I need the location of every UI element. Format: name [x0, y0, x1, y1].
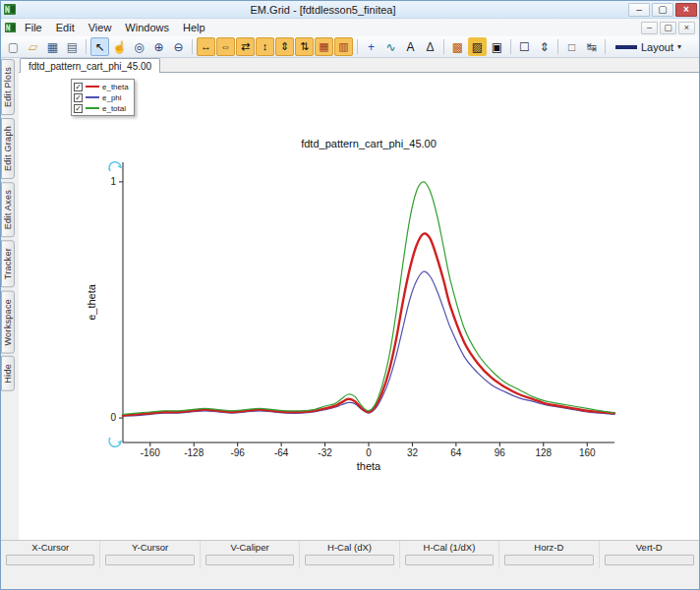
legend-box[interactable]: ✓e_theta✓e_phi✓e_total	[71, 79, 135, 116]
x-tick-label: -32	[318, 447, 332, 458]
legend-checkbox-e_total[interactable]: ✓	[74, 104, 83, 113]
document-tab[interactable]: fdtd_pattern_cart_phi_45.00	[20, 58, 160, 73]
side-tab-tracker[interactable]: Tracker	[1, 240, 15, 287]
center-horizontal-icon[interactable]: ⇔	[216, 37, 235, 56]
chart-svg[interactable]: -160-128-96-64-32032649612816001fdtd_pat…	[19, 73, 699, 539]
bottom-strip	[1, 568, 699, 589]
window-controls: –▢×	[628, 3, 697, 17]
status-header: Y-Cursor	[100, 541, 199, 554]
maximize-button[interactable]: ▢	[652, 3, 673, 17]
status-header: Horz-D	[499, 541, 598, 554]
x-tick-label: 160	[579, 447, 596, 458]
status-value	[504, 555, 593, 565]
app-window: EM.Grid - [fdtdlesson5_finitea] –▢× File…	[0, 0, 700, 590]
status-column-horz-d: Horz-D	[499, 541, 599, 568]
document-tab-row: fdtd_pattern_cart_phi_45.00	[19, 58, 699, 73]
style-editor-icon[interactable]: ▣	[488, 37, 506, 56]
toolbar-separator	[86, 39, 87, 54]
legend-label: e_theta	[102, 83, 129, 91]
select-cursor-icon[interactable]: ↖	[90, 37, 109, 56]
plot-page: -160-128-96-64-32032649612816001fdtd_pat…	[19, 73, 699, 540]
menu-view[interactable]: View	[82, 20, 119, 35]
side-tab-hide[interactable]: Hide	[1, 356, 15, 391]
toolbar-separator	[510, 39, 511, 54]
new-file-icon[interactable]: ▢	[4, 37, 23, 56]
menu-windows[interactable]: Windows	[118, 20, 176, 35]
status-value	[205, 555, 294, 565]
grid-table-icon[interactable]: ▦	[315, 37, 333, 56]
zoom-out-icon[interactable]: ⊖	[169, 37, 188, 56]
close-button[interactable]: ×	[675, 3, 697, 17]
main-area: Edit PlotsEdit GraphEdit AxesTrackerWork…	[1, 58, 699, 540]
status-value	[605, 555, 694, 565]
legend-line-sample	[86, 86, 99, 88]
toolbar-separator	[357, 39, 358, 54]
legend-checkbox-e_theta[interactable]: ✓	[74, 83, 83, 91]
status-value	[305, 555, 393, 565]
status-column-y-cursor: Y-Cursor	[100, 541, 200, 568]
zoom-in-icon[interactable]: ⊕	[149, 37, 168, 56]
menu-file[interactable]: File	[18, 20, 49, 35]
legend-label: e_phi	[102, 93, 122, 102]
side-tab-edit-graph[interactable]: Edit Graph	[1, 118, 15, 179]
x-tick-label: 128	[535, 447, 552, 458]
chevron-down-icon: ▾	[677, 42, 681, 51]
menu-bar: FileEditViewWindowsHelp –▢×	[1, 19, 699, 36]
x-tick-label: -64	[274, 447, 289, 458]
toolbar: ▢▱▦▤↖☝◎⊕⊖↔⇔⇄↕⇕⇅▦▥+∿AΔ▩▨▣☐⇕□↹Layout▾	[1, 36, 699, 58]
center-vertical-icon[interactable]: ⇕	[275, 37, 294, 56]
fit-vertical-icon[interactable]: ⇅	[295, 37, 314, 56]
status-column-vert-d: Vert-D	[600, 541, 699, 568]
checkbox-tool-icon[interactable]: ☐	[515, 37, 534, 56]
legend-line-sample	[86, 96, 99, 98]
document-icon	[3, 22, 18, 34]
pan-hand-icon[interactable]: ☝	[110, 37, 129, 56]
side-tab-edit-plots[interactable]: Edit Plots	[1, 59, 15, 115]
text-tool-icon[interactable]: A	[401, 37, 420, 56]
menu-edit[interactable]: Edit	[49, 20, 82, 35]
add-marker-icon[interactable]: +	[362, 37, 380, 56]
fit-width-tool-icon[interactable]: ↹	[582, 37, 601, 56]
series-e_phi	[123, 271, 614, 416]
legend-item-e_phi: ✓e_phi	[74, 92, 129, 102]
minimize-button[interactable]: –	[628, 3, 650, 17]
checkbox-arrange-icon[interactable]: ⇕	[535, 37, 554, 56]
layout-dropdown[interactable]: Layout▾	[610, 38, 687, 56]
grid-columns-icon[interactable]: ▥	[334, 37, 353, 56]
title-bar: EM.Grid - [fdtdlesson5_finitea] –▢×	[1, 1, 699, 19]
open-folder-icon[interactable]: ▱	[24, 37, 42, 56]
status-value	[105, 555, 194, 565]
save-icon[interactable]: ▦	[43, 37, 62, 56]
side-tab-workspace[interactable]: Workspace	[1, 291, 15, 354]
colormap-icon[interactable]: ▩	[448, 37, 467, 56]
mdi-close-button[interactable]: ×	[678, 22, 695, 34]
x-tick-label: -128	[184, 447, 204, 458]
side-tab-edit-axes[interactable]: Edit Axes	[1, 182, 15, 237]
expand-height-icon[interactable]: ↕	[256, 37, 274, 56]
side-tab-strip: Edit PlotsEdit GraphEdit AxesTrackerWork…	[1, 58, 19, 540]
frame-tool-icon[interactable]: □	[562, 37, 581, 56]
selection-handle-bottom[interactable]	[109, 438, 121, 446]
status-header: H-Cal (dX)	[300, 541, 398, 554]
window-title: EM.Grid - [fdtdlesson5_finitea]	[18, 4, 628, 16]
mdi-minimize-button[interactable]: –	[641, 22, 658, 34]
zoom-window-icon[interactable]: ◎	[130, 37, 148, 56]
chart-axes	[123, 162, 614, 442]
fit-horizontal-icon[interactable]: ⇄	[236, 37, 255, 56]
palette-icon[interactable]: ▨	[468, 37, 487, 56]
menu-items: FileEditViewWindowsHelp	[18, 20, 212, 35]
selection-handle-top[interactable]	[109, 162, 121, 171]
print-icon[interactable]: ▤	[63, 37, 82, 56]
x-tick-label: 32	[407, 447, 419, 458]
legend-checkbox-e_phi[interactable]: ✓	[74, 93, 83, 102]
expand-width-icon[interactable]: ↔	[197, 37, 215, 56]
mdi-restore-button[interactable]: ▢	[660, 22, 676, 34]
y-tick-label: 0	[110, 412, 116, 423]
chart-title: fdtd_pattern_cart_phi_45.00	[301, 138, 437, 149]
status-column-h-cal-dx-: H-Cal (dX)	[300, 541, 399, 568]
toolbar-separator	[557, 39, 558, 54]
add-curve-icon[interactable]: ∿	[381, 37, 400, 56]
toolbar-separator	[605, 39, 606, 54]
shape-tool-icon[interactable]: Δ	[421, 37, 439, 56]
menu-help[interactable]: Help	[176, 20, 212, 35]
